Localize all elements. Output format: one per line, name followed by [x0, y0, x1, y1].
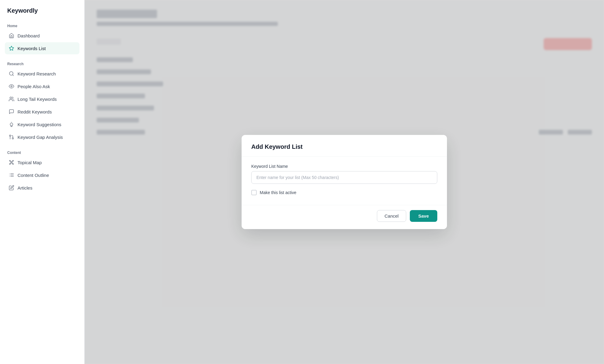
modal-title: Add Keyword List [251, 143, 437, 150]
sidebar-label-keyword-suggestions: Keyword Suggestions [18, 122, 61, 127]
sidebar: Keywordly Home Dashboard Keywords List R… [0, 0, 85, 364]
svg-line-18 [10, 163, 11, 164]
bulb-icon [8, 121, 14, 127]
make-active-row: Make this list active [251, 190, 437, 198]
eye-icon [8, 83, 14, 89]
edit-icon [8, 185, 14, 191]
sidebar-item-topical-map[interactable]: Topical Map [5, 156, 79, 168]
svg-line-19 [12, 163, 13, 164]
save-button[interactable]: Save [410, 210, 437, 222]
home-icon [8, 33, 14, 39]
svg-line-16 [10, 161, 11, 162]
sidebar-label-keywords-list: Keywords List [18, 46, 46, 51]
modal-body: Keyword List Name Make this list active [242, 157, 447, 205]
sidebar-label-dashboard: Dashboard [18, 33, 40, 38]
sidebar-label-people-also-ask: People Also Ask [18, 84, 50, 89]
star-icon [8, 45, 14, 51]
make-active-label: Make this list active [260, 190, 296, 195]
sidebar-label-articles: Articles [18, 185, 32, 190]
modal-footer: Cancel Save [242, 205, 447, 229]
search-icon [8, 71, 14, 77]
list-icon [8, 172, 14, 178]
sidebar-item-keyword-suggestions[interactable]: Keyword Suggestions [5, 118, 79, 130]
keyword-list-name-label: Keyword List Name [251, 164, 437, 169]
sidebar-label-long-tail-keywords: Long Tail Keywords [18, 97, 57, 102]
add-keyword-list-modal: Add Keyword List Keyword List Name Make … [242, 135, 447, 229]
sidebar-item-reddit-keywords[interactable]: Reddit Keywords [5, 106, 79, 118]
sidebar-label-topical-map: Topical Map [18, 160, 42, 165]
sidebar-label-content-outline: Content Outline [18, 173, 49, 178]
sidebar-item-people-also-ask[interactable]: People Also Ask [5, 80, 79, 92]
sidebar-label-keyword-research: Keyword Research [18, 71, 56, 76]
svg-line-2 [12, 75, 13, 75]
svg-marker-0 [9, 46, 14, 50]
keyword-list-name-input[interactable] [251, 171, 437, 184]
modal-overlay: Add Keyword List Keyword List Name Make … [85, 0, 604, 364]
sidebar-section-content: Content [5, 148, 79, 156]
sidebar-label-keyword-gap-analysis: Keyword Gap Analysis [18, 135, 63, 140]
make-active-checkbox[interactable] [251, 190, 257, 195]
sidebar-item-keyword-research[interactable]: Keyword Research [5, 68, 79, 80]
sidebar-section-home: Home [5, 21, 79, 29]
svg-point-4 [10, 97, 12, 99]
sidebar-item-dashboard[interactable]: Dashboard [5, 30, 79, 42]
map-icon [8, 159, 14, 165]
chat-icon [8, 109, 14, 115]
modal-header: Add Keyword List [242, 135, 447, 157]
sidebar-item-keywords-list[interactable]: Keywords List [5, 42, 79, 54]
app-logo: Keywordly [5, 7, 79, 21]
person-icon [8, 96, 14, 102]
sidebar-item-keyword-gap-analysis[interactable]: Keyword Gap Analysis [5, 131, 79, 143]
cancel-button[interactable]: Cancel [377, 210, 406, 222]
svg-line-17 [12, 161, 13, 162]
sidebar-label-reddit-keywords: Reddit Keywords [18, 109, 52, 114]
sidebar-section-research: Research [5, 59, 79, 67]
gap-icon [8, 134, 14, 140]
sidebar-item-articles[interactable]: Articles [5, 182, 79, 194]
sidebar-item-long-tail-keywords[interactable]: Long Tail Keywords [5, 93, 79, 105]
sidebar-item-content-outline[interactable]: Content Outline [5, 169, 79, 181]
svg-point-3 [11, 86, 12, 87]
